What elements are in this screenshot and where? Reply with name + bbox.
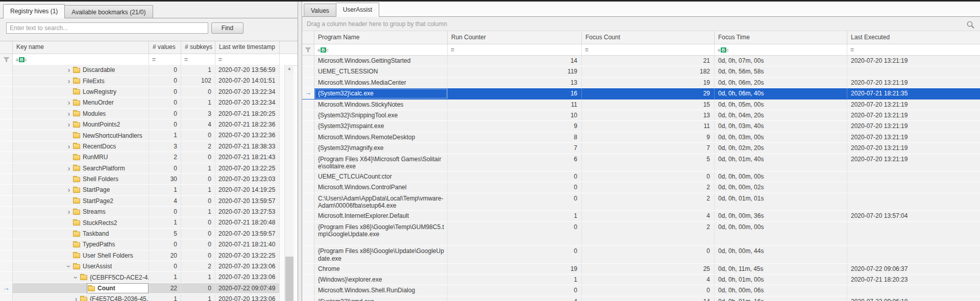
key-label-box: StartPage [72,185,149,195]
grid-row[interactable]: {System32}\mspaint.exe9110d, 0h, 03m, 40… [302,121,980,132]
program-name-cell: Microsoft.Windows.MediaCenter [314,78,448,88]
grid-row[interactable]: Microsoft.Windows.Shell.RunDialog000d, 0… [302,285,980,296]
focus-count-cell: 0 [582,171,715,182]
scrollbar-thumb[interactable] [285,257,293,301]
grid-row[interactable]: Microsoft.Windows.MediaCenter13190d, 0h,… [302,78,980,88]
grid-row[interactable]: Microsoft.Windows.GettingStarted14210d, … [302,56,980,66]
tree-row[interactable]: Count2202020-07-22 09:07:49 [0,283,280,294]
grid-row[interactable]: Microsoft.InternetExplorer.Default140d, … [302,211,980,221]
grid-row[interactable]: Microsoft.Windows.StickyNotes11150d, 0h,… [302,99,980,110]
grid-row[interactable]: {Program Files x86}\Google\Update\Google… [302,246,980,264]
tree-row-indicator [0,65,13,75]
grid-row[interactable]: {System32}\cmd.exe4140d, 0h, 01m, 16s202… [302,296,980,301]
search-input[interactable] [6,22,208,34]
filter-row-indicator[interactable] [0,54,13,65]
column-header-run-counter[interactable]: Run Counter [448,31,582,44]
tree-row[interactable]: Shell Folders3002020-07-20 13:23:03 [0,174,280,185]
grid-row[interactable]: {Windows}\explorer.exe140d, 0h, 01m, 00s… [302,274,980,285]
column-header-last-executed[interactable]: Last Executed [847,31,980,44]
expand-icon[interactable] [65,78,72,85]
column-header-subkeys[interactable]: # subkeys [181,41,215,54]
grid-row[interactable]: {System32}\magnify.exe770d, 0h, 02m, 20s… [302,143,980,154]
tree-row[interactable]: StartPage112020-07-20 14:19:25 [0,185,280,195]
grid-row-indicator [302,274,314,285]
expand-icon[interactable] [65,99,72,106]
grid-row[interactable]: {System32}\calc.exe16290d, 0h, 06m, 40s2… [302,88,980,99]
program-name-cell: {System32}\mspaint.exe [314,121,448,131]
grid-row[interactable]: {Program Files X64}\Microsoft Games\Soli… [302,154,980,172]
focus-count-filter-cell[interactable] [582,44,715,55]
collapse-icon[interactable] [65,263,72,270]
expand-icon[interactable] [65,66,72,73]
column-header-focus-count[interactable]: Focus Count [582,31,715,44]
group-by-bar[interactable]: Drag a column header here to group by th… [302,17,980,31]
expand-icon[interactable] [65,121,72,128]
key-name-filter-cell[interactable] [13,54,149,65]
grid-row[interactable]: Microsoft.Windows.RemoteDesktop890d, 0h,… [302,132,980,143]
expand-icon[interactable] [65,110,72,117]
grid-row[interactable]: Microsoft.Windows.ControlPanel020d, 0h, … [302,182,980,193]
program-name-cell: Chrome [314,264,448,274]
column-header-last-write[interactable]: Last write timestamp [215,41,280,54]
tree-row[interactable]: {CEBFF5CD-ACE2-4...112020-07-20 13:23:06 [0,272,280,283]
values-filter-cell[interactable] [149,54,181,65]
grid-row[interactable]: UEME_CTLCUACount:ctor000d, 0h, 00m, 00s [302,171,980,182]
grid-row[interactable]: C:\Users\Adam\AppData\Local\Temp\vmware-… [302,193,980,211]
filter-row-indicator[interactable] [302,44,314,55]
grid-row[interactable]: {System32}\SnippingTool.exe10130d, 0h, 0… [302,110,980,121]
tab-values[interactable]: Values [304,4,336,17]
column-header-program-name[interactable]: Program Name [314,31,448,44]
subkeys-count-cell: 1 [181,207,215,217]
find-button[interactable]: Find [211,22,243,34]
expand-icon[interactable] [65,208,72,215]
focus-time-filter-cell[interactable] [715,44,847,55]
grid-row[interactable]: Chrome19250d, 0h, 11m, 45s2020-07-22 09:… [302,264,980,274]
tree-row[interactable]: Taskband502020-07-20 13:59:57 [0,229,280,239]
tree-row-indicator [0,261,13,271]
panel-splitter[interactable] [298,2,302,301]
tree-vertical-scrollbar[interactable] [284,65,293,301]
expand-icon[interactable] [65,165,72,172]
tree-row[interactable]: User Shell Folders2002020-07-20 13:22:25 [0,250,280,261]
grid-row[interactable]: {Program Files x86}\Google\Temp\GUM98C5.… [302,222,980,246]
grid-row[interactable]: UEME_CTLSESSION1191820d, 0h, 56m, 58s [302,66,980,77]
expand-icon[interactable] [65,186,72,193]
tree-row[interactable]: SearchPlatform012020-07-20 13:22:25 [0,163,280,174]
column-header-values[interactable]: # values [149,41,181,54]
tab-registry-hives[interactable]: Registry hives (1) [3,4,65,18]
tree-row[interactable]: RunMRU202020-07-21 18:21:43 [0,152,280,163]
tab-available-bookmarks[interactable]: Available bookmarks (21/0) [64,5,153,18]
program-name-filter-cell[interactable] [314,44,448,55]
tree-row[interactable]: Streams012020-07-20 13:27:53 [0,207,280,217]
column-header-focus-time[interactable]: Focus Time [715,31,847,44]
tree-row[interactable]: MenuOrder012020-07-20 13:22:34 [0,97,280,108]
tree-row[interactable]: LowRegistry002020-07-20 13:22:34 [0,87,280,97]
tree-row[interactable]: StuckRects2102020-07-21 18:20:48 [0,217,280,228]
tree-row[interactable]: FileExts01022020-07-20 14:01:51 [0,76,280,86]
grid-filter-row [302,44,980,56]
run-counter-filter-cell[interactable] [448,44,582,55]
tree-row[interactable]: RecentDocs322020-07-21 18:38:33 [0,141,280,152]
tree-row[interactable]: UserAssist022020-07-20 13:23:06 [0,261,280,272]
tree-row[interactable]: NewShortcutHandlers102020-07-20 13:22:36 [0,130,280,141]
subkeys-filter-cell[interactable] [181,54,215,65]
last-executed-filter-cell[interactable] [847,44,980,55]
tree-row[interactable]: Discardable012020-07-20 13:56:59 [0,65,280,76]
column-header-key-name[interactable]: Key name [13,41,149,54]
tree-row[interactable]: TypedPaths002020-07-21 18:21:40 [0,239,280,250]
timestamp-filter-cell[interactable] [215,54,280,65]
expand-icon[interactable] [65,143,72,150]
run-counter-cell: 0 [448,246,582,263]
program-name-cell: C:\Users\Adam\AppData\Local\Temp\vmware-… [314,193,448,211]
collapse-icon[interactable] [72,274,80,281]
tree-row[interactable]: StartPage2402020-07-20 13:59:57 [0,196,280,207]
tab-userassist[interactable]: UserAssist [336,3,379,17]
focus-count-cell: 2 [582,193,715,211]
tree-row[interactable]: MountPoints2042020-07-21 18:22:36 [0,119,280,130]
tree-row[interactable]: {F4E57C4B-2036-45...112020-07-20 13:23:0… [0,294,280,301]
equals-filter-icon [218,56,222,63]
search-icon[interactable] [966,20,975,29]
expand-icon[interactable] [72,295,80,301]
tree-row[interactable]: Modules032020-07-21 18:20:25 [0,109,280,119]
scrollbar-up-arrow-icon[interactable] [285,65,293,73]
